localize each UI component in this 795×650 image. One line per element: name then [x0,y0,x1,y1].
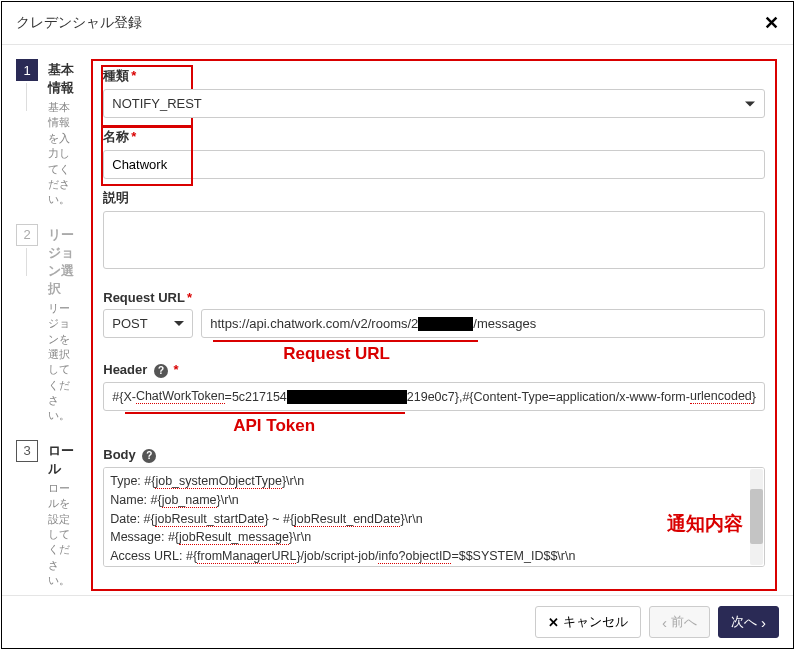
help-icon[interactable]: ? [142,449,156,463]
dialog-header: クレデンシャル登録 ✕ [2,2,793,45]
form-main-panel: 種類* NOTIFY_REST 名称* [87,45,793,597]
dialog-footer: ✕ キャンセル 前へ 次へ [2,595,793,648]
censor-bar [287,390,407,404]
censor-bar [418,317,473,331]
close-icon[interactable]: ✕ [764,12,779,34]
step-number: 1 [16,59,38,81]
http-method-select[interactable]: POST [103,309,193,338]
annotation-api-token: API Token [233,416,315,436]
chevron-down-icon [174,321,184,326]
scrollbar-thumb[interactable] [750,489,763,544]
cancel-button[interactable]: ✕ キャンセル [535,606,641,638]
next-button[interactable]: 次へ [718,606,779,638]
step-region-select[interactable]: 2 リージョン選択 リージョンを選択してください。 [16,224,79,424]
body-textarea[interactable]: Type: #{job_systemObjectType}\r\n Name: … [103,467,765,567]
chevron-down-icon [745,101,755,106]
request-url-label: Request URL* [103,290,765,305]
help-icon[interactable]: ? [154,364,168,378]
step-title: ロール [48,442,79,478]
step-desc: ロールを設定してください。 [48,481,79,589]
step-desc: 基本情報を入力してください。 [48,100,79,208]
name-label: 名称* [103,128,765,146]
dialog-title: クレデンシャル登録 [16,14,142,32]
step-number: 2 [16,224,38,246]
request-url-input[interactable]: https://api.chatwork.com/v2/rooms/2/mess… [201,309,765,338]
desc-textarea[interactable] [103,211,765,269]
step-title: 基本情報 [48,61,79,97]
wizard-steps-sidebar: 1 基本情報 基本情報を入力してください。 2 リージョン選択 リージョンを選択… [2,45,87,597]
header-label: Header ? * [103,362,765,378]
header-input[interactable]: #{X-ChatWorkToken=5c217154219e0c7},#{Con… [103,382,765,411]
step-basic-info[interactable]: 1 基本情報 基本情報を入力してください。 [16,59,79,208]
annotation-request-url: Request URL [283,344,390,364]
step-role[interactable]: 3 ロール ロールを設定してください。 [16,440,79,589]
body-label: Body ? [103,447,765,463]
step-number: 3 [16,440,38,462]
desc-label: 説明 [103,189,765,207]
step-title: リージョン選択 [48,226,79,298]
name-input[interactable] [103,150,765,179]
step-desc: リージョンを選択してください。 [48,301,79,424]
http-method-value: POST [112,316,147,331]
highlight-box-main: 種類* NOTIFY_REST 名称* [91,59,777,591]
prev-button[interactable]: 前へ [649,606,710,638]
type-label: 種類* [103,67,765,85]
type-select[interactable]: NOTIFY_REST [103,89,765,118]
